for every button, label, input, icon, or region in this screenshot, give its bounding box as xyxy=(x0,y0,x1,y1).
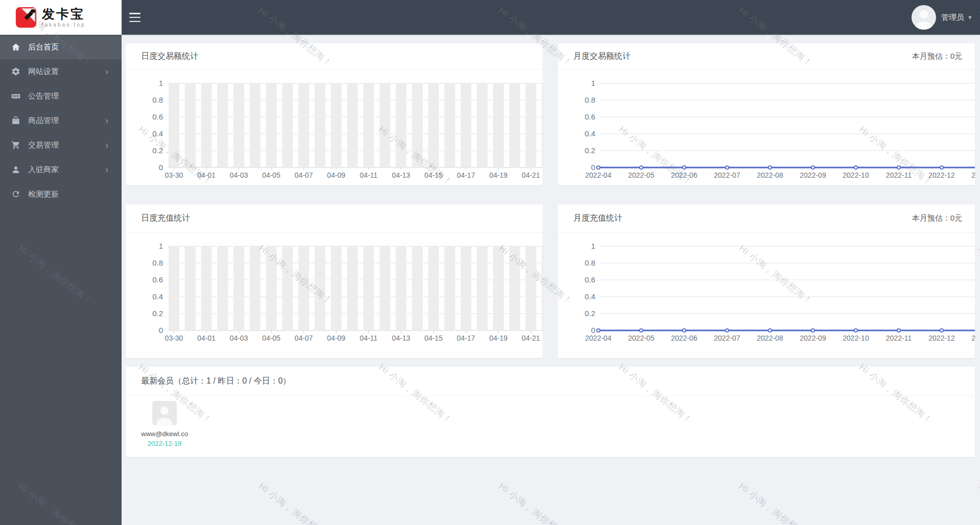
sidebar-item-merchants[interactable]: 入驻商家 › xyxy=(0,157,122,182)
svg-text:04-07: 04-07 xyxy=(295,334,313,342)
svg-text:2022-05: 2022-05 xyxy=(628,334,655,342)
svg-text:2022-07: 2022-07 xyxy=(714,171,740,179)
svg-text:1: 1 xyxy=(591,242,595,250)
svg-text:04-01: 04-01 xyxy=(197,171,216,179)
cart-icon xyxy=(11,140,20,150)
avatar-silhouette-icon xyxy=(152,401,177,425)
avatar-silhouette-icon xyxy=(912,5,936,30)
monthly-recharge-estimate: 本月预估：0元 xyxy=(912,213,962,223)
svg-text:2022-04: 2022-04 xyxy=(585,334,612,342)
svg-text:04-17: 04-17 xyxy=(457,334,475,342)
svg-text:04-19: 04-19 xyxy=(489,334,508,342)
admin-dashboard: 发卡宝 fakabao.top 管理员 ▼ 后台首页 xyxy=(0,0,980,525)
sidebar-item-site-settings[interactable]: 网站设置 › xyxy=(0,59,122,84)
svg-text:2022-08: 2022-08 xyxy=(757,171,783,179)
svg-text:2022-10: 2022-10 xyxy=(843,334,869,342)
svg-text:0.6: 0.6 xyxy=(585,275,595,284)
svg-text:2022-11: 2022-11 xyxy=(886,334,912,342)
member-item[interactable]: www@dkewl.com 2022-12-19 xyxy=(141,401,188,447)
svg-text:0.4: 0.4 xyxy=(585,129,595,138)
svg-text:2022-10: 2022-10 xyxy=(843,171,869,179)
monthly-recharge-chart: 10.80.60.40.202022-042022-052022-062022-… xyxy=(558,233,975,358)
svg-text:0: 0 xyxy=(591,326,595,335)
user-avatar[interactable] xyxy=(912,5,936,30)
chevron-right-icon: › xyxy=(105,116,108,125)
main-content: 日度交易额统计 10.80.60.40.2003-3004-0104-0304-… xyxy=(122,35,980,525)
chevron-down-icon: ▼ xyxy=(967,14,973,20)
svg-text:0.4: 0.4 xyxy=(152,129,163,138)
card-title-monthly-recharge: 月度充值统计 xyxy=(573,213,622,224)
svg-text:2022-07: 2022-07 xyxy=(714,334,740,342)
svg-text:0: 0 xyxy=(591,163,595,172)
svg-text:NEW: NEW xyxy=(12,94,19,98)
svg-text:1: 1 xyxy=(159,79,163,87)
card-latest-members: 最新会员（总计：1 / 昨日：0 / 今日：0） www@dkewl.com 2… xyxy=(126,367,975,457)
svg-text:04-09: 04-09 xyxy=(327,334,345,342)
card-title-daily-recharge: 日度充值统计 xyxy=(141,213,190,224)
card-daily-recharge: 日度充值统计 10.80.60.40.2003-3004-0104-0304-0… xyxy=(126,204,543,358)
svg-text:04-15: 04-15 xyxy=(425,171,443,179)
svg-text:0.4: 0.4 xyxy=(152,292,163,301)
brand-logo[interactable]: 发卡宝 fakabao.top xyxy=(0,0,122,35)
sidebar-item-announcements[interactable]: NEW 公告管理 xyxy=(0,84,122,108)
chevron-right-icon: › xyxy=(105,67,108,76)
svg-text:2022-11: 2022-11 xyxy=(886,171,912,179)
svg-text:2023-01: 2023-01 xyxy=(971,171,975,179)
daily-recharge-chart: 10.80.60.40.2003-3004-0104-0304-0504-070… xyxy=(126,233,543,358)
svg-text:2022-12: 2022-12 xyxy=(928,171,955,179)
member-register-date: 2022-12-19 xyxy=(141,440,188,447)
user-menu[interactable]: 管理员 ▼ xyxy=(941,13,973,22)
svg-text:0.2: 0.2 xyxy=(585,309,595,318)
brand-name: 发卡宝 xyxy=(42,7,85,20)
svg-text:2022-12: 2022-12 xyxy=(928,334,955,342)
daily-sales-chart: 10.80.60.40.2003-3004-0104-0304-0504-070… xyxy=(126,70,543,185)
svg-text:0.4: 0.4 xyxy=(585,292,595,301)
svg-text:0: 0 xyxy=(159,326,163,335)
svg-text:2022-09: 2022-09 xyxy=(800,171,826,179)
chevron-right-icon: › xyxy=(105,140,108,150)
svg-text:1: 1 xyxy=(159,242,163,250)
svg-text:0.2: 0.2 xyxy=(152,309,163,318)
latest-members-title: 最新会员（总计：1 / 昨日：0 / 今日：0） xyxy=(141,376,291,387)
svg-text:04-11: 04-11 xyxy=(360,334,378,342)
svg-text:2022-09: 2022-09 xyxy=(800,334,826,342)
svg-text:04-09: 04-09 xyxy=(327,171,345,179)
chevron-right-icon: › xyxy=(105,165,108,174)
sidebar-item-trades[interactable]: 交易管理 › xyxy=(0,133,122,157)
sidebar-item-check-update[interactable]: 检测更新 xyxy=(0,182,122,206)
svg-text:2022-06: 2022-06 xyxy=(671,171,697,179)
sidebar-item-products[interactable]: 商品管理 › xyxy=(0,108,122,133)
card-title-daily-sales: 日度交易额统计 xyxy=(141,51,198,62)
svg-text:2022-06: 2022-06 xyxy=(671,334,697,342)
sidebar-toggle-button[interactable] xyxy=(129,13,142,22)
card-monthly-sales: 月度交易额统计 本月预估：0元 10.80.60.40.202022-04202… xyxy=(558,43,975,185)
monthly-sales-estimate: 本月预估：0元 xyxy=(912,52,962,61)
refresh-icon xyxy=(11,189,20,199)
monthly-sales-chart: 10.80.60.40.202022-042022-052022-062022-… xyxy=(558,70,975,185)
sidebar-item-home[interactable]: 后台首页 xyxy=(0,35,122,59)
card-daily-sales: 日度交易额统计 10.80.60.40.2003-3004-0104-0304-… xyxy=(126,43,543,185)
brand-logo-icon xyxy=(15,7,37,28)
svg-text:04-15: 04-15 xyxy=(425,334,443,342)
announcement-icon: NEW xyxy=(11,91,20,101)
svg-text:2023-01: 2023-01 xyxy=(971,334,975,342)
svg-text:0: 0 xyxy=(159,163,163,172)
svg-text:04-13: 04-13 xyxy=(392,334,410,342)
svg-text:0.6: 0.6 xyxy=(585,112,595,121)
svg-text:2022-05: 2022-05 xyxy=(628,171,655,179)
brand-domain: fakabao.top xyxy=(42,22,85,28)
user-name: 管理员 xyxy=(941,13,964,22)
member-email: www@dkewl.com xyxy=(141,430,188,438)
svg-text:04-03: 04-03 xyxy=(230,334,248,342)
svg-text:04-21: 04-21 xyxy=(522,334,540,342)
svg-text:04-07: 04-07 xyxy=(295,171,313,179)
svg-text:04-13: 04-13 xyxy=(392,171,410,179)
member-avatar xyxy=(152,401,177,425)
svg-text:0.2: 0.2 xyxy=(585,146,595,155)
svg-text:04-05: 04-05 xyxy=(262,334,281,342)
svg-text:0.6: 0.6 xyxy=(152,112,163,121)
svg-text:0.8: 0.8 xyxy=(152,258,163,267)
svg-text:0.6: 0.6 xyxy=(152,275,163,284)
svg-text:04-11: 04-11 xyxy=(360,171,378,179)
svg-text:04-01: 04-01 xyxy=(197,334,216,342)
